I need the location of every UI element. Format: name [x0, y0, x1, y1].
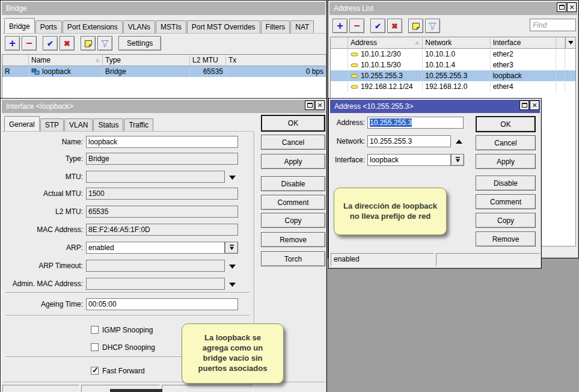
col-network[interactable]: Network [423, 37, 490, 49]
col-tx[interactable]: Tx [226, 55, 326, 66]
tab-status[interactable]: Status [93, 118, 123, 131]
enable-button[interactable]: ✔ [370, 19, 385, 33]
close-icon: ✕ [532, 102, 537, 109]
address-table-header: Address Network Interface [331, 37, 575, 49]
list-item[interactable]: 192.168.12.1/24 192.168.12.0 ether4 [331, 81, 575, 92]
settings-button[interactable]: Settings [118, 36, 161, 51]
apply-button[interactable]: Apply [476, 154, 536, 169]
interface-combo-button[interactable] [451, 154, 464, 166]
tab-vlan[interactable]: VLAN [64, 118, 93, 131]
bridge-window-titlebar[interactable]: Bridge [2, 2, 325, 15]
ip-address-icon [351, 84, 358, 90]
find-input[interactable] [530, 19, 576, 31]
col-name[interactable]: Name [29, 55, 103, 66]
ok-button[interactable]: OK [261, 115, 325, 132]
disable-button[interactable]: Disable [476, 176, 536, 191]
comment-button[interactable]: Comment [476, 194, 536, 209]
tab-port-mst-overrides[interactable]: Port MST Overrides [187, 20, 260, 33]
add-button[interactable]: + [5, 36, 20, 51]
l2-mtu-label: L2 MTU: [3, 206, 83, 218]
interface-dialog-title: Interface <loopback> [6, 102, 73, 111]
list-item-selected[interactable]: 10.255.255.3 10.255.255.3 loopback [331, 70, 575, 81]
cancel-button[interactable]: Cancel [476, 135, 536, 150]
address-dialog-titlebar[interactable]: Address <10.255.255.3> [330, 100, 540, 113]
disable-button[interactable]: Disable [261, 176, 325, 191]
actual-mtu-label: Actual MTU: [3, 188, 83, 200]
close-button[interactable]: ✕ [530, 100, 539, 110]
maximize-icon [559, 5, 565, 10]
fast-forward-checkbox[interactable] [91, 367, 99, 375]
cross-icon: ✖ [391, 22, 398, 31]
filter-button[interactable] [97, 36, 112, 51]
tab-mstis[interactable]: MSTIs [156, 20, 186, 33]
col-address[interactable]: Address [348, 37, 423, 49]
comment-button[interactable] [81, 36, 96, 51]
enable-button[interactable]: ✔ [43, 36, 58, 51]
tab-traffic[interactable]: Traffic [124, 118, 153, 131]
dhcp-snooping-checkbox[interactable] [91, 343, 99, 351]
tab-general[interactable]: General [4, 116, 40, 132]
tab-ports[interactable]: Ports [35, 20, 62, 33]
disable-button[interactable]: ✖ [60, 36, 75, 51]
mtu-dropdown-arrow-icon[interactable] [228, 174, 236, 180]
tab-stp[interactable]: STP [40, 118, 64, 131]
remove-button[interactable]: Remove [261, 232, 325, 247]
check-icon: ✔ [375, 22, 381, 31]
filter-button[interactable] [425, 19, 440, 33]
remove-button[interactable]: Remove [476, 231, 536, 247]
list-item[interactable]: 10.10.1.5/30 10.10.1.4 ether3 [331, 60, 575, 70]
interface-select[interactable]: loopback [367, 154, 451, 166]
filter-icon [100, 39, 109, 47]
address-field[interactable]: 10.255.255.3 [367, 117, 464, 129]
tab-nat[interactable]: NAT [290, 20, 314, 33]
address-dialog-title: Address <10.255.255.3> [334, 102, 413, 111]
close-button[interactable]: ✕ [567, 2, 577, 12]
bridge-note: La loopback se agrega como un bridge vac… [182, 323, 284, 384]
address-list-titlebar[interactable]: Address List [329, 2, 577, 15]
col-interface[interactable]: Interface [491, 37, 556, 49]
igmp-snooping-checkbox[interactable] [91, 326, 99, 334]
comment-button[interactable]: Comment [261, 195, 325, 210]
mtu-label: MTU: [3, 171, 83, 183]
apply-button[interactable]: Apply [261, 154, 325, 169]
maximize-button[interactable] [557, 2, 566, 12]
comment-button[interactable] [408, 19, 423, 33]
column-select-button[interactable] [565, 37, 575, 49]
disable-button[interactable]: ✖ [387, 19, 402, 33]
selected-text: 10.255.255.3 [370, 118, 412, 127]
ip-address-icon [351, 63, 358, 68]
arp-combo-button[interactable] [225, 242, 238, 254]
arp-select[interactable]: enabled [86, 242, 225, 254]
interface-label: Interface: [330, 154, 365, 166]
tab-vlans[interactable]: VLANs [123, 20, 155, 33]
name-field[interactable]: loopback [86, 136, 238, 148]
arp-timeout-dropdown-arrow-icon[interactable] [228, 263, 236, 269]
network-up-arrow-icon[interactable] [455, 138, 463, 144]
col-l2mtu[interactable]: L2 MTU [190, 55, 226, 66]
row-name: loopback [29, 66, 103, 77]
col-flags[interactable] [331, 37, 348, 49]
list-item[interactable]: 10.10.1.2/30 10.10.1.0 ether2 [331, 49, 575, 60]
maximize-button[interactable] [305, 100, 314, 110]
tab-filters[interactable]: Filters [261, 20, 290, 33]
tab-port-extensions[interactable]: Port Extensions [63, 20, 123, 33]
table-row[interactable]: R loopback Bridge 65535 0 bps [2, 66, 326, 77]
torch-button[interactable]: Torch [261, 251, 325, 266]
admin-mac-dropdown-arrow-icon[interactable] [228, 281, 236, 287]
igmp-snooping-label: IGMP Snooping [102, 326, 153, 334]
tab-bridge[interactable]: Bridge [4, 18, 35, 34]
add-button[interactable]: + [332, 19, 348, 33]
ok-button[interactable]: OK [476, 116, 536, 132]
cancel-button[interactable]: Cancel [261, 135, 325, 150]
ageing-time-field[interactable]: 00:05:00 [86, 298, 238, 310]
network-field[interactable]: 10.255.255.3 [367, 135, 451, 147]
col-type[interactable]: Type [103, 55, 190, 66]
remove-button[interactable]: − [349, 19, 364, 33]
copy-button[interactable]: Copy [261, 213, 325, 228]
maximize-button[interactable] [519, 100, 529, 110]
close-button[interactable]: ✕ [315, 100, 325, 110]
remove-button[interactable]: − [22, 36, 37, 51]
copy-button[interactable]: Copy [476, 213, 536, 228]
col-flags[interactable] [2, 55, 29, 66]
interface-dialog-titlebar[interactable]: Interface <loopback> [2, 100, 325, 113]
